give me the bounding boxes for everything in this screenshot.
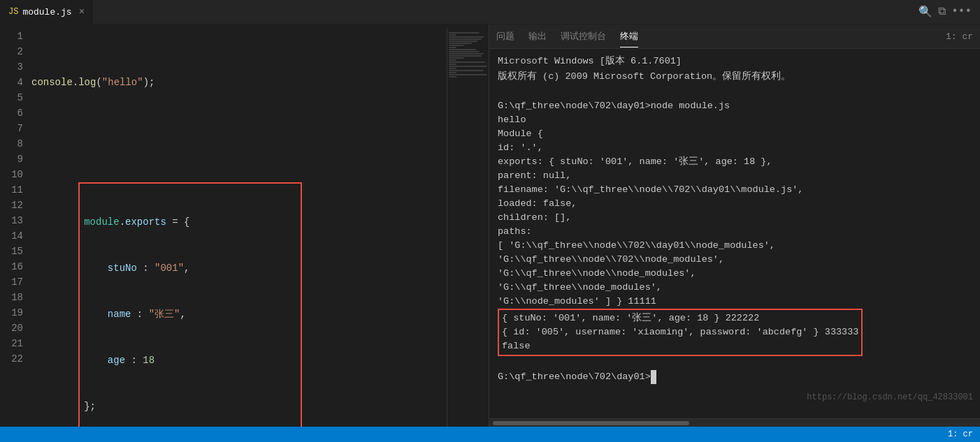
- terminal-exports: exports: { stuNo: '001', name: '张三', age…: [498, 155, 972, 169]
- tab-terminal[interactable]: 终端: [620, 26, 638, 47]
- terminal-paths2: 'G:\\qf_three\\node\\702\\node_modules',: [498, 253, 972, 267]
- split-editor-icon[interactable]: ⧉: [938, 5, 946, 19]
- terminal-result-box: { stuNo: '001', name: '张三', age: 18 } 22…: [498, 309, 863, 356]
- search-icon[interactable]: 🔍: [918, 5, 932, 19]
- terminal-blank-2: [498, 356, 972, 370]
- terminal-scrollbar[interactable]: [489, 418, 980, 427]
- terminal-instance: 1: cr: [946, 31, 973, 42]
- terminal-loaded: loaded: false,: [498, 197, 972, 211]
- module-exports-box: module.exports = { stuNo : "001", name :…: [78, 182, 302, 427]
- terminal-blank-1: [498, 85, 972, 99]
- scrollbar-thumb[interactable]: [493, 421, 689, 425]
- watermark: https://blog.csdn.net/qq_42833001: [807, 390, 973, 404]
- sys-info-line1: Microsoft Windows [版本 6.1.7601]: [498, 54, 972, 68]
- terminal-module: Module {: [498, 127, 972, 141]
- terminal-panel: 问题 输出 调试控制台 终端 1: cr Microsoft Windows […: [489, 24, 980, 427]
- code-line-1: console.log("hello");: [31, 75, 447, 90]
- terminal-paths5: 'G:\\node_modules' ] } 11111: [498, 295, 972, 309]
- terminal-box1: { stuNo: '001', name: '张三', age: 18 } 22…: [502, 311, 858, 325]
- main-container: 1 2 3 4 5 6 7 8 9 10 11 12 13 14 15 16 1…: [0, 24, 980, 427]
- editor-panel: 1 2 3 4 5 6 7 8 9 10 11 12 13 14 15 16 1…: [0, 24, 489, 427]
- code-line-6: age : 18: [84, 353, 296, 368]
- code-line-2: [31, 136, 447, 152]
- tab-label: module.js: [22, 7, 71, 17]
- terminal-paths1: [ 'G:\\qf_three\\node\\702\\day01\\node_…: [498, 239, 972, 253]
- terminal-tabs: 问题 输出 调试控制台 终端 1: cr: [489, 24, 980, 49]
- terminal-prompt-1: G:\qf_three\node\702\day01>node module.j…: [498, 99, 972, 113]
- terminal-box2: { id: '005', username: 'xiaoming', passw…: [502, 325, 858, 339]
- file-tab[interactable]: JS module.js ×: [0, 0, 94, 24]
- terminal-filename: filename: 'G:\\qf_three\\node\\702\\day0…: [498, 183, 972, 197]
- terminal-children: children: [],: [498, 211, 972, 225]
- tab-output[interactable]: 输出: [528, 26, 547, 47]
- terminal-content[interactable]: Microsoft Windows [版本 6.1.7601] 版权所有 (c)…: [489, 49, 980, 418]
- code-line-4: stuNo : "001",: [84, 260, 296, 276]
- code-area[interactable]: 1 2 3 4 5 6 7 8 9 10 11 12 13 14 15 16 1…: [0, 24, 489, 427]
- terminal-hello: hello: [498, 113, 972, 127]
- tab-close-button[interactable]: ×: [79, 6, 85, 17]
- status-bar: 1: cr: [0, 427, 980, 442]
- tab-actions: 🔍 ⧉ •••: [918, 5, 980, 19]
- terminal-paths3: 'G:\\qf_three\\node\\node_modules',: [498, 267, 972, 281]
- sys-info-line2: 版权所有 (c) 2009 Microsoft Corporation。保留所有…: [498, 70, 972, 84]
- terminal-prompt-2: G:\qf_three\node\702\day01>: [498, 370, 972, 384]
- more-actions-icon[interactable]: •••: [951, 5, 972, 19]
- code-line-3: module.exports = {: [84, 214, 296, 230]
- terminal-id: id: '.',: [498, 141, 972, 155]
- tab-bar: JS module.js × 🔍 ⧉ •••: [0, 0, 980, 24]
- terminal-parent: parent: null,: [498, 169, 972, 183]
- terminal-paths4: 'G:\\qf_three\\node_modules',: [498, 281, 972, 295]
- code-line-5: name : "张三",: [84, 307, 296, 322]
- line-numbers: 1 2 3 4 5 6 7 8 9 10 11 12 13 14 15 16 1…: [0, 29, 31, 427]
- code-line-7: };: [84, 399, 296, 414]
- minimap: [447, 29, 489, 427]
- terminal-box3: false: [502, 339, 858, 353]
- status-right: 1: cr: [948, 429, 973, 439]
- tab-problems[interactable]: 问题: [496, 26, 514, 47]
- tab-debug-console[interactable]: 调试控制台: [561, 26, 606, 47]
- code-content: console.log("hello"); module.exports = {…: [31, 29, 447, 427]
- terminal-paths: paths:: [498, 225, 972, 239]
- js-icon: JS: [8, 7, 18, 17]
